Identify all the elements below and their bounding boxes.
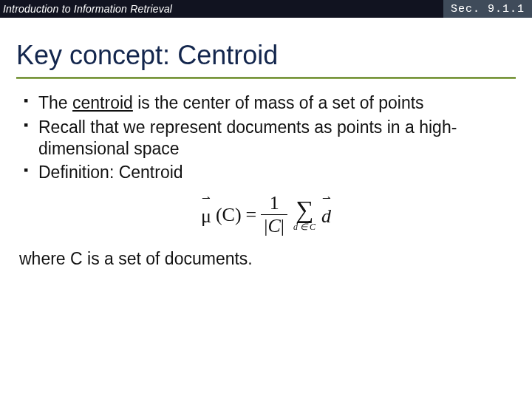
header-bar: Introduction to Information Retrieval Se… [0,0,532,18]
text: The [38,93,72,112]
denominator: |C| [261,214,287,236]
sigma-sub: d ∈ C [293,222,316,231]
numerator: 1 [267,194,282,214]
vector-arrow-icon: ⇀ [322,195,331,202]
centroid-formula: ⇀ μ (C) = 1 |C| ∑ d ∈ C ⇀ d [0,194,532,236]
underlined-term: centroid [72,93,133,112]
text: Recall that we represent documents as po… [38,117,457,158]
arg: (C) [216,204,242,226]
bar-r: | [281,215,284,236]
bullet-item: Definition: Centroid [19,162,513,183]
summation: ∑ d ∈ C [293,199,316,231]
section-badge: Sec. 9.1.1 [443,0,532,18]
bullet-item: Recall that we represent documents as po… [19,117,513,160]
course-title: Introduction to Information Retrieval [3,3,172,15]
tail-text: where C is a set of documents. [0,249,532,269]
equals: = [246,204,257,226]
d: d [321,205,331,227]
text: Definition: Centroid [38,163,183,182]
bullet-item: The centroid is the center of mass of a … [19,92,513,114]
title-underline [16,77,516,79]
mu-vector: ⇀ μ [201,202,211,228]
vector-arrow-icon: ⇀ [202,195,211,202]
sigma-icon: ∑ [296,199,313,221]
slide-title: Key concept: Centroid [0,18,532,77]
bullet-list: The centroid is the center of mass of a … [19,92,513,183]
den-c: C [267,215,280,236]
mu: μ [201,205,211,227]
body: The centroid is the center of mass of a … [0,92,532,183]
text: is the center of mass of a set of points [133,93,424,112]
d-vector: ⇀ d [321,202,331,228]
fraction: 1 |C| [261,194,287,236]
